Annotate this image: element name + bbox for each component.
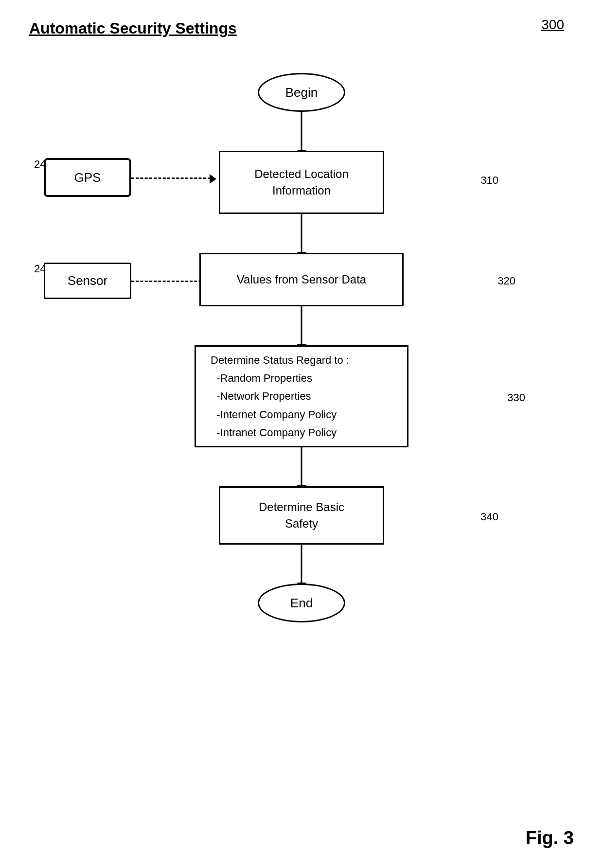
- box-320-label: Values from Sensor Data: [237, 271, 366, 288]
- box-340-label: Determine BasicSafety: [259, 499, 344, 531]
- page-title: Automatic Security Settings: [29, 19, 237, 37]
- box-330-item-3: -Internet Company Policy: [211, 406, 337, 424]
- box-330-item-4: -Intranet Company Policy: [211, 424, 337, 442]
- ref-330: 330: [507, 391, 525, 404]
- box-330: Determine Status Regard to : -Random Pro…: [195, 345, 408, 447]
- dashed-arrow-sensor: [131, 281, 211, 282]
- box-330-item-1: -Random Properties: [211, 369, 312, 387]
- page-number: 300: [541, 17, 564, 33]
- box-330-title: Determine Status Regard to :: [211, 351, 349, 369]
- begin-label: Begin: [285, 85, 318, 100]
- ref-310: 310: [480, 174, 498, 187]
- fig-label: Fig. 3: [526, 828, 574, 849]
- sensor-box: Sensor: [44, 263, 131, 299]
- flowchart: Begin 240 GPS Detected LocationInformati…: [29, 53, 574, 839]
- begin-node: Begin: [258, 73, 345, 112]
- arrow-begin-to-310: [301, 112, 302, 151]
- box-320: Values from Sensor Data: [199, 253, 404, 306]
- arrow-340-to-end: [301, 545, 302, 584]
- end-node: End: [258, 584, 345, 622]
- box-330-item-2: -Network Properties: [211, 387, 311, 405]
- ref-340: 340: [480, 511, 498, 523]
- arrow-310-to-320: [301, 214, 302, 253]
- page-container: 300 Automatic Security Settings Begin 24…: [0, 0, 603, 868]
- arrow-320-to-330: [301, 306, 302, 345]
- sensor-label: Sensor: [68, 273, 107, 288]
- box-310: Detected LocationInformation: [219, 151, 384, 214]
- dashed-arrow-gps: [131, 177, 211, 179]
- end-label: End: [290, 596, 313, 611]
- box-340: Determine BasicSafety: [219, 486, 384, 545]
- ref-320: 320: [497, 275, 515, 287]
- arrow-330-to-340: [301, 447, 302, 486]
- gps-label: GPS: [74, 170, 101, 185]
- gps-box: GPS: [44, 158, 131, 197]
- box-310-label: Detected LocationInformation: [254, 166, 348, 198]
